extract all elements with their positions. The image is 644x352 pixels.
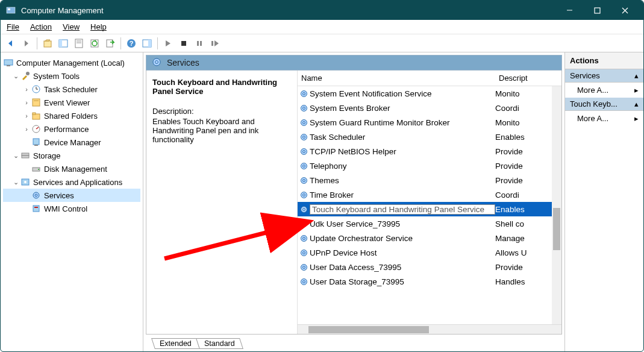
- svg-rect-45: [33, 206, 39, 212]
- gear-icon: [298, 219, 310, 228]
- service-name: Themes: [310, 176, 495, 185]
- service-row[interactable]: TCP/IP NetBIOS HelperProvide: [298, 144, 561, 159]
- column-description[interactable]: Descript: [495, 71, 561, 86]
- action-group-selected[interactable]: Touch Keyb... ▴: [565, 98, 643, 111]
- action-group-label: Touch Keyb...: [570, 99, 617, 108]
- restart-service-button[interactable]: [208, 37, 222, 50]
- action-more-1[interactable]: More A... ▸: [565, 83, 643, 98]
- export-button[interactable]: [104, 37, 117, 50]
- disk-icon: [31, 163, 42, 174]
- chevron-right-icon: ▸: [634, 86, 639, 95]
- menu-file[interactable]: File: [7, 22, 19, 31]
- gear-icon: [298, 248, 310, 257]
- tree-event-viewer[interactable]: › Event Viewer: [3, 96, 140, 109]
- svg-rect-1: [8, 8, 10, 10]
- svg-point-48: [155, 60, 158, 63]
- tree-services[interactable]: › Services: [3, 189, 140, 202]
- service-row[interactable]: Touch Keyboard and Handwriting Panel Ser…: [298, 202, 561, 216]
- chevron-right-icon[interactable]: ›: [22, 86, 31, 93]
- chevron-down-icon[interactable]: ⌄: [11, 152, 20, 160]
- menu-action[interactable]: Action: [30, 22, 52, 31]
- service-name: System Events Broker: [310, 104, 495, 113]
- svg-rect-32: [33, 113, 36, 115]
- description-text: Enables Touch Keyboard and Handwriting P…: [152, 117, 291, 144]
- svg-point-56: [302, 136, 305, 138]
- svg-rect-37: [22, 153, 29, 156]
- service-row[interactable]: Update Orchestrator ServiceManage: [298, 231, 561, 245]
- close-button[interactable]: [611, 1, 639, 20]
- window-title: Computer Management: [21, 6, 555, 15]
- svg-point-66: [302, 208, 305, 210]
- forward-button[interactable]: [20, 37, 33, 50]
- show-hide-action-button[interactable]: [140, 37, 154, 50]
- computer-icon: [3, 57, 14, 68]
- menu-view[interactable]: View: [63, 22, 80, 31]
- chevron-right-icon[interactable]: ›: [22, 125, 31, 133]
- svg-point-68: [302, 222, 305, 225]
- minimize-button[interactable]: [555, 1, 583, 20]
- folder-icon: [31, 110, 42, 121]
- action-more-2[interactable]: More A... ▸: [565, 111, 643, 126]
- tree-services-apps[interactable]: ⌄ Services and Applications: [3, 175, 140, 189]
- svg-rect-9: [75, 39, 83, 48]
- services-apps-icon: [20, 177, 31, 187]
- tree-task-scheduler[interactable]: › Task Scheduler: [3, 83, 140, 96]
- chevron-down-icon[interactable]: ⌄: [11, 178, 20, 186]
- action-group-services[interactable]: Services ▴: [565, 69, 643, 83]
- gear-icon: [298, 133, 310, 142]
- service-row[interactable]: UPnP Device HostAllows U: [298, 245, 561, 260]
- tree-storage[interactable]: ⌄ Storage: [3, 149, 140, 162]
- app-icon: [5, 5, 16, 16]
- gear-icon: [298, 277, 310, 286]
- service-row[interactable]: System Guard Runtime Monitor BrokerMonit…: [298, 115, 561, 130]
- service-row[interactable]: System Events BrokerCoordi: [298, 101, 561, 115]
- pause-service-button[interactable]: [193, 37, 206, 50]
- svg-point-44: [35, 194, 37, 196]
- chevron-right-icon[interactable]: ›: [22, 99, 31, 106]
- description-label: Description:: [152, 107, 291, 116]
- column-name[interactable]: Name: [298, 71, 495, 86]
- svg-rect-3: [595, 8, 600, 13]
- stop-service-button[interactable]: [177, 37, 190, 50]
- service-row[interactable]: ThemesProvide: [298, 173, 561, 187]
- tree-performance[interactable]: › Performance: [3, 122, 140, 136]
- service-row[interactable]: System Event Notification ServiceMonito: [298, 86, 561, 101]
- properties-button[interactable]: [72, 37, 86, 50]
- up-button[interactable]: [41, 37, 54, 50]
- tree-disk-mgmt[interactable]: › Disk Management: [3, 162, 140, 175]
- svg-point-40: [38, 169, 39, 170]
- service-name: Touch Keyboard and Handwriting Panel Ser…: [310, 204, 495, 215]
- service-name: User Data Access_73995: [310, 263, 495, 272]
- gear-icon: [298, 205, 310, 214]
- chevron-down-icon[interactable]: ⌄: [11, 72, 20, 80]
- svg-point-74: [302, 266, 305, 268]
- service-row[interactable]: User Data Storage_73995Handles: [298, 274, 561, 289]
- service-row[interactable]: Udk User Service_73995Shell co: [298, 216, 561, 231]
- tree-systools[interactable]: ⌄ System Tools: [3, 69, 140, 83]
- tree-wmi[interactable]: › WMI Control: [3, 202, 140, 215]
- tree-device-manager[interactable]: › Device Manager: [3, 136, 140, 149]
- tree-root[interactable]: Computer Management (Local): [3, 56, 140, 69]
- service-row[interactable]: TelephonyProvide: [298, 159, 561, 173]
- chevron-right-icon[interactable]: ›: [22, 112, 31, 119]
- tab-standard[interactable]: Standard: [196, 338, 243, 349]
- show-hide-tree-button[interactable]: [57, 37, 70, 50]
- storage-icon: [20, 150, 31, 161]
- svg-point-25: [26, 72, 30, 75]
- maximize-button[interactable]: [583, 1, 611, 20]
- service-row[interactable]: User Data Access_73995Provide: [298, 260, 561, 274]
- service-row[interactable]: Task SchedulerEnables: [298, 130, 561, 144]
- service-name: System Guard Runtime Monitor Broker: [310, 118, 495, 127]
- tab-extended[interactable]: Extended: [151, 338, 200, 349]
- back-button[interactable]: [4, 37, 17, 50]
- svg-point-62: [302, 179, 305, 181]
- service-row[interactable]: Time BrokerCoordi: [298, 187, 561, 202]
- refresh-button[interactable]: [88, 37, 101, 50]
- menu-help[interactable]: Help: [90, 22, 107, 31]
- horizontal-scrollbar[interactable]: [298, 324, 561, 334]
- start-service-button[interactable]: [161, 37, 175, 50]
- help-button[interactable]: ?: [125, 37, 138, 50]
- tree-shared-folders[interactable]: › Shared Folders: [3, 109, 140, 122]
- tree-label: Device Manager: [44, 138, 101, 147]
- vertical-scrollbar[interactable]: [552, 86, 561, 324]
